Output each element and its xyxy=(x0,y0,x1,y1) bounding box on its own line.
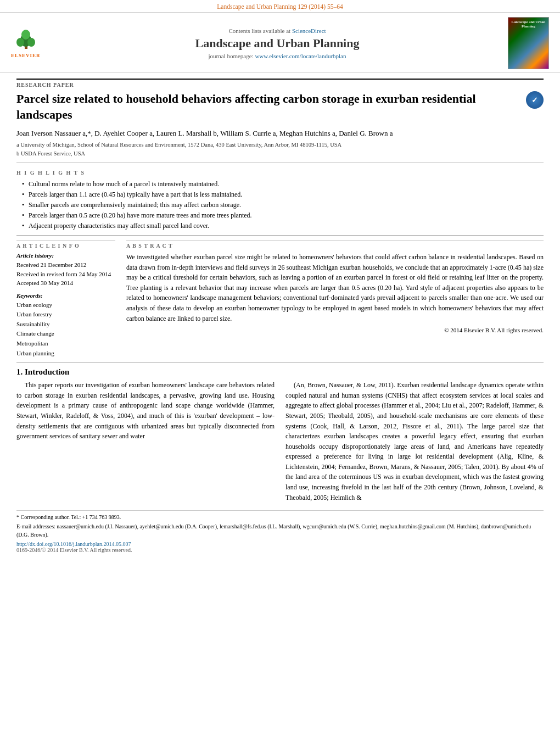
affiliation-a: a University of Michigan, School of Natu… xyxy=(16,141,544,149)
highlight-item-2: Parcels larger than 1.1 acre (0.45 ha) t… xyxy=(22,189,544,199)
keyword-2: Urban forestry xyxy=(16,310,115,320)
intro-title: 1. Introduction xyxy=(16,367,544,377)
svg-point-3 xyxy=(27,38,35,47)
highlight-item-5: Adjacent property characteristics may af… xyxy=(22,221,544,231)
keywords-section: Keywords: Urban ecology Urban forestry S… xyxy=(16,292,115,359)
elsevier-logo-area: ELSEVIER xyxy=(11,28,55,58)
highlights-list: Cultural norms relate to how much of a p… xyxy=(16,179,544,231)
highlight-item-3: Smaller parcels are comprehensively main… xyxy=(22,200,544,210)
crossmark-area: ✓ xyxy=(520,91,544,109)
keyword-6: Urban planning xyxy=(16,349,115,359)
body-right-p1: (An, Brown, Nassauer, & Low, 2011). Exur… xyxy=(285,380,544,503)
journal-header: ELSEVIER Contents lists available at Sci… xyxy=(0,12,560,73)
authors-line: Joan Iverson Nassauer a,*, D. Ayehlet Co… xyxy=(16,128,544,139)
body-left-p1: This paper reports our investigation of … xyxy=(16,380,275,442)
citation-bar: Landscape and Urban Planning 129 (2014) … xyxy=(0,0,560,12)
highlights-label: H I G H L I G H T S xyxy=(16,168,544,176)
accepted-date: Accepted 30 May 2014 xyxy=(16,278,115,288)
highlight-item-4: Parcels larger than 0.5 acre (0.20 ha) h… xyxy=(22,210,544,220)
journal-title-area: Contents lists available at ScienceDirec… xyxy=(55,27,500,59)
doi-line: http://dx.doi.org/10.1016/j.landurbplan.… xyxy=(16,541,544,547)
footnote-area: * Corresponding author. Tel.: +1 734 763… xyxy=(16,510,544,539)
article-info-col: A R T I C L E I N F O Article history: R… xyxy=(16,240,115,358)
info-abstract-section: A R T I C L E I N F O Article history: R… xyxy=(16,240,544,358)
copyright-notice: © 2014 Elsevier B.V. All rights reserved… xyxy=(126,327,544,333)
abstract-text: We investigated whether exurban parcel s… xyxy=(126,252,544,323)
body-col-left: This paper reports our investigation of … xyxy=(16,380,275,506)
divider-after-abstract xyxy=(16,362,544,363)
crossmark-badge: ✓ xyxy=(526,91,544,109)
title-row: Parcel size related to household behavio… xyxy=(16,91,544,128)
homepage-line: journal homepage: www.elsevier.com/locat… xyxy=(55,53,500,59)
highlights-section: H I G H L I G H T S Cultural norms relat… xyxy=(16,168,544,231)
article-info-label: A R T I C L E I N F O xyxy=(16,240,115,249)
journal-cover-area: Landscape and Urban Planning xyxy=(500,17,549,69)
article-body: Research Paper Parcel size related to ho… xyxy=(0,73,560,559)
svg-point-4 xyxy=(21,30,30,40)
abstract-col: A B S T R A C T We investigated whether … xyxy=(126,240,544,358)
divider-after-highlights xyxy=(16,235,544,236)
journal-title: Landscape and Urban Planning xyxy=(55,36,500,51)
journal-cover-image: Landscape and Urban Planning xyxy=(508,17,549,69)
footnote-corresponding: * Corresponding author. Tel.: +1 734 763… xyxy=(16,513,544,521)
elsevier-tree-icon xyxy=(11,28,41,50)
keywords-label: Keywords: xyxy=(16,292,115,299)
keyword-4: Climate change xyxy=(16,329,115,339)
keywords-list: Urban ecology Urban forestry Sustainabil… xyxy=(16,300,115,359)
body-columns: This paper reports our investigation of … xyxy=(16,380,544,506)
article-history: Article history: Received 21 December 20… xyxy=(16,252,115,288)
divider-after-affiliations xyxy=(16,163,544,163)
introduction-section: 1. Introduction This paper reports our i… xyxy=(16,367,544,506)
article-title: Parcel size related to household behavio… xyxy=(16,91,514,122)
history-label: Article history: xyxy=(16,252,115,259)
cover-text: Landscape and Urban Planning xyxy=(511,20,546,29)
sciencedirect-link[interactable]: ScienceDirect xyxy=(292,27,326,34)
svg-point-2 xyxy=(16,38,24,47)
keyword-5: Metropolitan xyxy=(16,339,115,349)
affiliation-b: b USDA Forest Service, USA xyxy=(16,150,544,158)
abstract-label: A B S T R A C T xyxy=(126,240,544,249)
footnote-emails: E-mail addresses: nassauer@umich.edu (J.… xyxy=(16,522,544,539)
issn-line: 0169-2046/© 2014 Elsevier B.V. All right… xyxy=(16,547,544,553)
keyword-1: Urban ecology xyxy=(16,300,115,310)
article-type-label: Research Paper xyxy=(16,79,544,88)
journal-homepage-link[interactable]: www.elsevier.com/locate/landurbplan xyxy=(255,53,346,59)
received-date: Received 21 December 2012 xyxy=(16,260,115,270)
journal-citation-link[interactable]: Landscape and Urban Planning 129 (2014) … xyxy=(217,3,343,10)
received-revised-date: Received in revised form 24 May 2014 xyxy=(16,270,115,279)
keyword-3: Sustainability xyxy=(16,320,115,330)
elsevier-brand-text: ELSEVIER xyxy=(11,53,55,58)
body-col-right: (An, Brown, Nassauer, & Low, 2011). Exur… xyxy=(285,380,544,506)
highlight-item-1: Cultural norms relate to how much of a p… xyxy=(22,179,544,189)
contents-line: Contents lists available at ScienceDirec… xyxy=(55,27,500,34)
